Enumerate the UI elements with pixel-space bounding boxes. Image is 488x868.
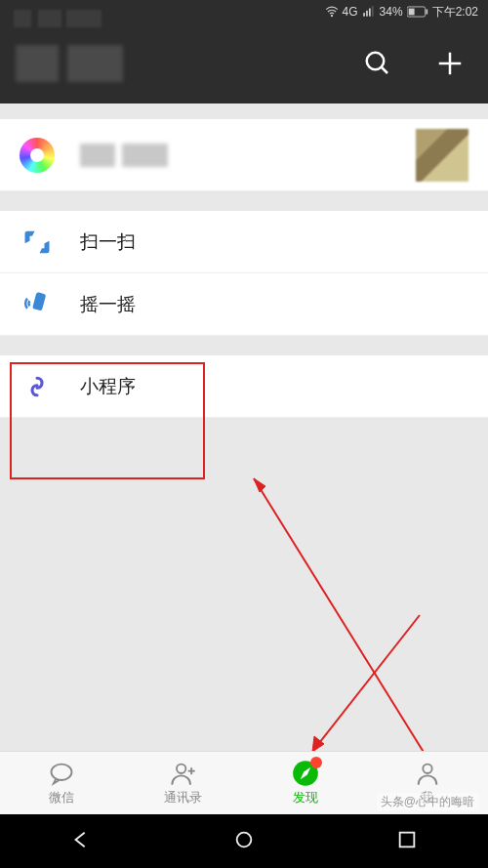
- shake-label: 摇一摇: [80, 292, 468, 317]
- moments-label-blur: [80, 144, 168, 167]
- row-moments[interactable]: [0, 119, 488, 191]
- svg-point-24: [237, 832, 252, 847]
- nav-back-icon[interactable]: [70, 829, 92, 854]
- svg-point-23: [423, 765, 431, 773]
- signal-icon: [362, 5, 376, 19]
- tab-discover[interactable]: 发现: [244, 752, 366, 814]
- svg-point-0: [331, 16, 332, 17]
- svg-line-9: [382, 67, 387, 73]
- svg-rect-4: [372, 6, 374, 17]
- svg-point-17: [51, 765, 71, 780]
- add-icon[interactable]: [433, 47, 467, 80]
- miniprogram-icon: [20, 369, 55, 404]
- network-label: 4G: [343, 5, 358, 19]
- miniprogram-label: 小程序: [80, 374, 468, 399]
- svg-point-8: [367, 53, 385, 70]
- status-carrier-blur: [14, 10, 102, 27]
- svg-rect-12: [32, 291, 46, 310]
- svg-rect-1: [363, 13, 365, 17]
- shake-icon: [20, 287, 55, 322]
- android-nav: [0, 814, 488, 868]
- tab-contacts-label: 通讯录: [164, 789, 202, 806]
- contacts-icon: [170, 760, 197, 787]
- tab-chat-label: 微信: [49, 789, 74, 806]
- nav-home-icon[interactable]: [233, 829, 255, 854]
- status-bar: 4G 34% 下午2:02: [0, 0, 488, 23]
- svg-marker-14: [254, 478, 265, 492]
- header: [0, 23, 488, 103]
- moments-thumbnail: [416, 129, 468, 182]
- row-shake[interactable]: 摇一摇: [0, 273, 488, 336]
- time-label: 下午2:02: [432, 4, 478, 21]
- watermark: 头条@心中的晦暗: [377, 793, 478, 811]
- tab-chat[interactable]: 微信: [0, 752, 122, 814]
- wifi-icon: [325, 5, 339, 19]
- svg-rect-6: [408, 9, 414, 16]
- chat-icon: [48, 760, 75, 787]
- scan-icon: [20, 225, 55, 260]
- svg-rect-25: [399, 832, 414, 847]
- svg-rect-7: [426, 9, 427, 14]
- header-title-blur: [16, 45, 123, 82]
- tab-contacts[interactable]: 通讯录: [122, 752, 244, 814]
- tab-discover-label: 发现: [293, 789, 318, 806]
- row-miniprogram[interactable]: 小程序: [0, 355, 488, 418]
- svg-rect-2: [366, 11, 368, 17]
- me-icon: [414, 760, 441, 787]
- search-icon[interactable]: [361, 47, 394, 80]
- battery-icon: [407, 6, 428, 18]
- svg-point-18: [177, 765, 185, 773]
- nav-recent-icon[interactable]: [396, 829, 418, 854]
- battery-label: 34%: [380, 5, 403, 19]
- scan-label: 扫一扫: [80, 229, 468, 255]
- svg-rect-3: [369, 9, 371, 17]
- row-scan[interactable]: 扫一扫: [0, 211, 488, 273]
- discover-icon: [292, 760, 319, 787]
- moments-icon: [20, 138, 55, 173]
- annotation-arrow-2: [293, 605, 429, 762]
- discover-badge: [310, 757, 322, 768]
- svg-line-15: [312, 615, 420, 752]
